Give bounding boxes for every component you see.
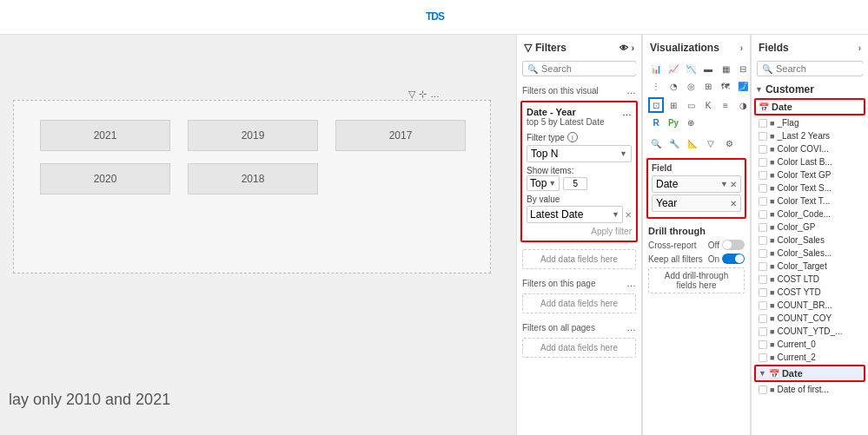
filter-eye-icon[interactable]: 👁 [620,43,628,53]
viz-matrix-icon[interactable]: ⊞ [666,97,681,113]
viz-r-icon[interactable]: R [648,115,664,130]
keep-all-toggle[interactable] [722,254,745,264]
by-value-close[interactable]: ✕ [625,210,632,220]
field-panel-label: Field [652,163,741,173]
field-item-year[interactable]: Year ✕ [652,194,741,212]
tree-item-current2[interactable]: ■ Current_2 [752,351,868,364]
viz-kpi-icon[interactable]: K [700,97,716,113]
tree-item-current0[interactable]: ■ Current_0 [752,338,868,351]
viz-bar-icon[interactable]: 📊 [648,61,664,76]
viz-pie-icon[interactable]: ◔ [666,78,681,94]
fields-panel: Fields › 🔍 ▼ Customer 📅 Date [751,35,868,435]
visual-cell-2019: 2019 [188,120,318,151]
fields-title: Fields [759,42,789,54]
tree-item-dateoffirst[interactable]: ■ Date of first... [752,383,868,396]
tree-item-colorgp[interactable]: ■ Color_GP [752,221,868,234]
viz-more-icon[interactable]: ⊕ [683,115,699,130]
customer-chevron: ▼ [755,85,763,94]
viz-area-icon[interactable]: 📉 [683,61,699,76]
viz-search2-icon[interactable]: 🔍 [648,135,664,151]
by-value-chevron: ▼ [612,210,620,219]
viz-arrow-icon[interactable]: › [740,43,743,53]
viz-treemap-icon[interactable]: ⊞ [700,78,716,94]
viz-slicer-icon[interactable]: ≡ [718,97,733,113]
info-icon[interactable]: i [567,132,578,142]
visual-cell-2018: 2018 [188,163,318,194]
tree-item-countytd[interactable]: ■ COUNT_YTD_... [752,325,868,338]
viz-filled-map-icon[interactable]: 🗾 [735,78,751,94]
viz-card-icon[interactable]: ▭ [683,97,699,113]
show-top-select[interactable]: Top ▼ [527,175,560,191]
search-icon: 🔍 [527,64,538,74]
filters-search-input[interactable] [541,63,642,74]
filter-card-subtitle: top 5 by Latest Date [527,117,605,127]
field-date-close[interactable]: ✕ [730,180,737,189]
tree-item-colorcovi[interactable]: ■ Color COVI... [752,142,868,155]
keep-all-label: Keep all filters [648,254,703,264]
tree-item-colorlastb[interactable]: ■ Color Last B... [752,155,868,168]
bottom-text: lay only 2010 and 2021 [9,391,170,409]
tree-item-colortextgp[interactable]: ■ Color Text GP [752,168,868,181]
viz-gauge-icon[interactable]: ◑ [735,97,751,113]
tree-item-colorcode[interactable]: ■ Color_Code... [752,208,868,221]
field-item-date[interactable]: Date ▼ ✕ [652,175,741,193]
cross-report-toggle[interactable] [722,240,745,250]
by-value-select[interactable]: Latest Date ▼ [527,206,623,223]
filters-on-all-more[interactable]: … [626,322,636,333]
tree-item-last2years[interactable]: ■ _Last 2 Years [752,129,868,142]
visual-cell-2020: 2020 [40,163,170,194]
tree-item-countbr[interactable]: ■ COUNT_BR... [752,299,868,312]
viz-donut-icon[interactable]: ◎ [683,78,699,94]
viz-waterfall-icon[interactable]: ⊟ [735,61,751,76]
viz-filter2-icon[interactable]: ▽ [703,135,719,151]
viz-scatter-icon[interactable]: ⋮ [648,78,664,94]
more-icon[interactable]: … [430,89,440,100]
viz-format-icon[interactable]: 🔧 [666,135,682,151]
viz-py-icon[interactable]: Py [666,115,681,130]
tree-item-colorsales[interactable]: ■ Color_Sales [752,234,868,247]
date-icon: 📅 [759,102,769,112]
tree-item-flag[interactable]: ■ _Flag [752,116,868,129]
viz-100pct-icon[interactable]: ▦ [718,61,733,76]
apply-filter-btn[interactable]: Apply filter [527,227,632,236]
filters-on-all-label: Filters on all pages [522,323,595,333]
tree-item-colortexts[interactable]: ■ Color Text S... [752,181,868,194]
fields-search-box[interactable]: 🔍 [757,61,863,76]
tree-item-colortarget[interactable]: ■ Color_Target [752,260,868,273]
add-drillthrough-btn[interactable]: Add drill-through fields here [648,267,745,293]
filter-card-more[interactable]: … [622,107,632,117]
drill-title: Drill through [648,226,745,236]
filters-on-visual-more[interactable]: … [626,85,636,96]
fields-arrow-icon[interactable]: › [858,43,861,53]
filters-on-page-more[interactable]: … [626,278,636,288]
date-group-bottom-label: Date [782,368,803,379]
filter-panel-icon: ▽ [524,42,532,54]
by-value-label: By value [527,194,632,204]
viz-stacked-icon[interactable]: ▬ [700,61,716,76]
focus-icon[interactable]: ⊹ [419,89,427,100]
filter-arrow-icon[interactable]: › [632,43,634,53]
add-data-page-btn[interactable]: Add data fields here [522,293,636,313]
fields-search-icon: 🔍 [762,64,772,74]
filters-search-box[interactable]: 🔍 [522,61,636,76]
customer-group-header[interactable]: ▼ Customer [752,82,868,97]
filter-icon[interactable]: ▽ [408,89,415,100]
keep-all-value: On [708,254,719,264]
drill-section: Drill through Cross-report Off Keep all … [643,222,750,297]
tree-item-costytd[interactable]: ■ COST YTD [752,286,868,299]
show-count-input[interactable] [563,177,587,190]
fields-search-input[interactable] [776,63,868,74]
tree-item-countcoy[interactable]: ■ COUNT_COY [752,312,868,325]
tree-item-costlyd[interactable]: ■ COST LTD [752,273,868,286]
viz-analytics-icon[interactable]: 📐 [685,135,700,151]
field-year-close[interactable]: ✕ [730,199,737,208]
filter-type-select[interactable]: Top N ▼ [527,145,632,162]
viz-table-icon[interactable]: ⊡ [648,97,664,113]
add-data-all-btn[interactable]: Add data fields here [522,338,636,358]
add-data-visual-btn[interactable]: Add data fields here [522,249,636,269]
viz-line-icon[interactable]: 📈 [666,61,681,76]
viz-map-icon[interactable]: 🗺 [718,78,733,94]
tree-item-colorsales2[interactable]: ■ Color_Sales... [752,247,868,260]
viz-tools-icon[interactable]: ⚙ [721,135,737,151]
tree-item-colortextt[interactable]: ■ Color Text T... [752,194,868,208]
